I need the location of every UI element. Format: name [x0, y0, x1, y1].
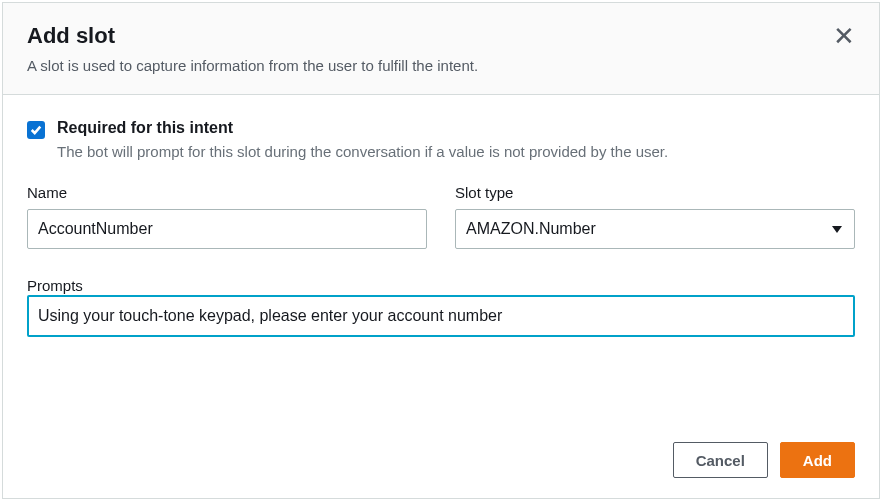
prompts-label: Prompts: [27, 277, 83, 294]
required-checkbox[interactable]: [27, 121, 45, 139]
name-input[interactable]: [27, 209, 427, 249]
slot-type-select-wrap: AMAZON.Number: [455, 209, 855, 249]
add-button[interactable]: Add: [780, 442, 855, 478]
slot-type-select[interactable]: AMAZON.Number: [455, 209, 855, 249]
name-label: Name: [27, 184, 427, 201]
dialog-header-text: Add slot A slot is used to capture infor…: [27, 23, 833, 76]
required-label-group: Required for this intent The bot will pr…: [57, 119, 855, 162]
slot-type-field-col: Slot type AMAZON.Number: [455, 184, 855, 249]
fields-row: Name Slot type AMAZON.Number: [27, 184, 855, 249]
prompts-section: Prompts: [27, 277, 855, 337]
dialog-footer: Cancel Add: [3, 428, 879, 498]
dialog-body: Required for this intent The bot will pr…: [3, 95, 879, 428]
required-checkbox-row: Required for this intent The bot will pr…: [27, 119, 855, 162]
check-icon: [30, 124, 42, 136]
dialog-title: Add slot: [27, 23, 833, 49]
close-icon: ✕: [833, 21, 855, 51]
required-hint: The bot will prompt for this slot during…: [57, 141, 855, 162]
close-button[interactable]: ✕: [833, 23, 855, 49]
dialog-subtitle: A slot is used to capture information fr…: [27, 55, 833, 76]
prompts-input[interactable]: [27, 295, 855, 337]
add-slot-dialog: Add slot A slot is used to capture infor…: [2, 2, 880, 499]
required-label: Required for this intent: [57, 119, 855, 137]
slot-type-label: Slot type: [455, 184, 855, 201]
slot-type-value: AMAZON.Number: [466, 220, 596, 238]
name-field-col: Name: [27, 184, 427, 249]
cancel-button[interactable]: Cancel: [673, 442, 768, 478]
dialog-header: Add slot A slot is used to capture infor…: [3, 3, 879, 95]
